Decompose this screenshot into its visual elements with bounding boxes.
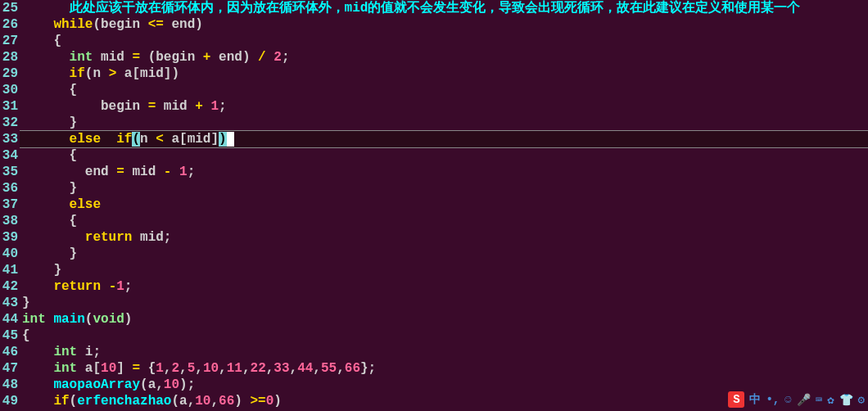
token-text: end — [22, 165, 116, 179]
token-text: , — [195, 361, 203, 376]
code-line[interactable]: maopaoArray(a,10); — [20, 377, 868, 393]
code-line[interactable]: { — [20, 213, 868, 229]
token-op: <= — [148, 17, 164, 32]
token-kw: if — [70, 66, 85, 81]
code-line[interactable]: int mid = (begin + end) / 2; — [20, 49, 868, 65]
token-text: i; — [77, 345, 101, 359]
token-op: = — [148, 99, 156, 114]
token-text: mid — [156, 99, 195, 114]
ime-lang-icon[interactable]: 中 — [749, 392, 761, 407]
token-text: (n — [85, 66, 109, 81]
token-text: ; — [188, 165, 196, 179]
token-num: 11 — [227, 361, 242, 376]
token-text: , — [313, 361, 321, 376]
token-text: ] — [116, 361, 132, 376]
token-text: }; — [360, 361, 376, 376]
token-func: maopaoArray — [53, 377, 140, 392]
ime-punct-icon[interactable]: •, — [766, 393, 780, 406]
token-num: 1 — [179, 165, 188, 179]
token-text: ; — [219, 99, 227, 114]
token-text — [22, 66, 70, 81]
token-text: ) — [124, 312, 133, 327]
token-op: >= — [250, 394, 265, 409]
token-kw: else — [70, 132, 101, 147]
ime-voice-icon[interactable]: 🎤 — [797, 393, 811, 407]
code-line[interactable]: int a[10] = {1,2,5,10,11,22,33,44,55,66}… — [20, 360, 868, 377]
line-number: 34 — [0, 147, 18, 164]
code-line[interactable]: return -1; — [20, 278, 868, 295]
token-num: 66 — [219, 394, 234, 409]
token-cursor — [227, 132, 235, 147]
token-text: , — [266, 361, 274, 376]
token-num: 10 — [101, 361, 116, 376]
ime-settings-icon[interactable]: ✿ — [827, 393, 834, 407]
code-line[interactable]: begin = mid + 1; — [20, 98, 868, 115]
ime-logo-icon[interactable]: S — [728, 391, 744, 408]
ime-keyboard-icon[interactable]: ⌨ — [816, 393, 822, 407]
token-num: 2 — [274, 50, 282, 65]
line-number: 47 — [0, 360, 18, 377]
code-line[interactable]: { — [20, 82, 868, 98]
ime-gear-icon[interactable]: ⚙ — [858, 393, 865, 407]
code-area[interactable]: 此处应该干放在循环体内，因为放在循环体外，mid的值就不会发生变化，导致会出现死… — [20, 0, 868, 411]
ime-toolbar[interactable]: S 中 •, ☺ 🎤 ⌨ ✿ 👕 ⚙ — [728, 391, 865, 408]
line-number: 31 — [0, 98, 18, 115]
token-op: + — [195, 99, 203, 114]
code-line[interactable]: end = mid - 1; — [20, 164, 868, 180]
token-text: a[ — [77, 361, 101, 376]
token-op: = — [132, 50, 140, 65]
line-number: 30 — [0, 82, 18, 98]
code-line[interactable]: else if(n < a[mid]) — [20, 131, 868, 147]
code-line[interactable]: return mid; — [20, 229, 868, 246]
token-text — [22, 394, 53, 409]
code-line[interactable]: while(begin <= end) — [20, 16, 868, 33]
token-num: 22 — [251, 361, 266, 376]
token-type: int — [53, 345, 77, 359]
token-op: < — [156, 132, 164, 147]
token-op: > — [109, 66, 117, 81]
code-line[interactable]: } — [20, 262, 868, 278]
token-num: 10 — [203, 361, 219, 376]
token-text — [22, 132, 70, 147]
line-number: 27 — [0, 33, 18, 49]
line-number: 28 — [0, 49, 18, 65]
code-line[interactable]: { — [20, 33, 868, 49]
token-text: , — [179, 361, 188, 376]
token-paren-match: ( — [132, 132, 140, 147]
line-number: 42 — [0, 278, 18, 295]
token-text: mid; — [132, 230, 171, 245]
code-line[interactable]: if(n > a[mid]) — [20, 65, 868, 82]
token-text: { — [22, 328, 30, 343]
line-number: 46 — [0, 344, 18, 360]
token-text — [22, 279, 53, 294]
code-line[interactable]: } — [20, 180, 868, 196]
token-text: (begin — [93, 17, 147, 32]
line-number: 43 — [0, 295, 18, 311]
line-number: 48 — [0, 377, 18, 393]
token-text: { — [22, 34, 61, 48]
token-text — [22, 377, 53, 392]
token-text: , — [210, 394, 219, 409]
token-kw: if — [116, 132, 132, 147]
code-line[interactable]: { — [20, 147, 868, 164]
token-text: ) — [274, 394, 282, 409]
code-line[interactable]: } — [20, 246, 868, 262]
token-text: { — [22, 83, 77, 97]
code-line[interactable]: else — [20, 196, 868, 213]
code-line[interactable]: } — [20, 115, 868, 131]
code-line[interactable]: } — [20, 295, 868, 311]
ime-skin-icon[interactable]: 👕 — [839, 393, 853, 407]
ime-emoji-icon[interactable]: ☺ — [784, 393, 791, 406]
token-op: = — [116, 165, 124, 179]
token-op: = — [132, 361, 140, 376]
token-text: (a, — [140, 377, 164, 392]
line-number: 37 — [0, 196, 18, 213]
token-text: end) — [164, 17, 203, 32]
code-line[interactable]: { — [20, 327, 868, 344]
token-func: erfenchazhao — [77, 394, 171, 409]
code-editor[interactable]: 2526272829303132333435363738394041424344… — [0, 0, 868, 411]
code-line[interactable]: int main(void) — [20, 311, 868, 327]
token-func: main — [53, 312, 84, 327]
code-line[interactable]: int i; — [20, 344, 868, 360]
code-line[interactable]: 此处应该干放在循环体内，因为放在循环体外，mid的值就不会发生变化，导致会出现死… — [20, 0, 868, 16]
